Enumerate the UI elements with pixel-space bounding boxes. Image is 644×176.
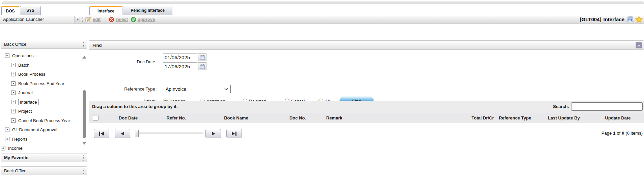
reject-button[interactable]: reject <box>109 17 128 22</box>
column-header-remark[interactable]: Remark <box>322 115 443 120</box>
find-panel-body: Doc Date : <box>89 50 644 101</box>
sidebar-panel-back-office-label: Back Office <box>4 42 26 47</box>
grip-dots <box>83 42 85 47</box>
edit-icon <box>85 17 91 22</box>
leaf-icon: • <box>11 100 16 104</box>
chevron-down-icon <box>224 88 228 90</box>
column-header-doc-no[interactable]: Doc No. <box>273 115 322 120</box>
doc-date-from-input[interactable] <box>163 53 197 61</box>
tree-item-journal[interactable]: • Journal <box>0 88 81 98</box>
calendar-icon <box>200 64 205 69</box>
tree-item-book-process[interactable]: • Book Process <box>0 70 81 79</box>
toolbar: Application Launcher edit reject <box>0 15 644 24</box>
sidebar-panel-back-office[interactable]: Back Office <box>1 40 87 49</box>
toolbar-separator <box>106 17 106 22</box>
last-page-icon <box>232 132 235 136</box>
column-header-book-name[interactable]: Book Name <box>199 115 273 120</box>
calendar-button-to[interactable] <box>198 62 206 70</box>
navigation-tree: − Operations • Batch • Book Process • Bo… <box>0 51 81 153</box>
first-page-button[interactable] <box>94 129 109 138</box>
toolbar-separator <box>82 17 83 22</box>
approve-button[interactable]: approve <box>131 17 155 22</box>
leaf-icon: • <box>11 118 16 123</box>
column-header-doc-date[interactable]: Doc Date <box>103 115 153 120</box>
tab-interface[interactable]: Interface <box>89 6 122 15</box>
column-header-total-dr-cr[interactable]: Total Dr/Cr <box>443 115 494 120</box>
page-info: Page 1 of 0 (0 items) <box>601 131 643 136</box>
leaf-icon: • <box>11 109 16 113</box>
main-panel: Find Doc Date : <box>89 40 644 148</box>
tab-sys[interactable]: SYS <box>20 6 41 15</box>
leaf-icon: • <box>5 128 9 132</box>
tab-pending-interface[interactable]: Pending Interface <box>123 6 172 15</box>
window-top-strip <box>2 1 644 4</box>
doc-date-label: Doc Date : <box>89 59 160 64</box>
leaf-icon: • <box>11 63 16 67</box>
doc-date-to-input[interactable] <box>163 62 197 70</box>
page-slider[interactable] <box>136 133 203 134</box>
tree-item-project[interactable]: • Project <box>0 107 81 116</box>
search-label: Search: <box>553 104 569 109</box>
star-icon[interactable] <box>635 16 643 23</box>
toggle-plus-icon[interactable]: + <box>5 137 9 141</box>
page-slider-handle[interactable] <box>135 130 139 137</box>
approve-icon <box>131 17 136 22</box>
sidebar-panel-my-favorite-label: My Favorite <box>4 155 28 160</box>
calendar-icon <box>200 55 205 60</box>
grip-dots <box>83 169 85 174</box>
tree-item-batch[interactable]: • Batch <box>0 61 81 70</box>
edit-button[interactable]: edit <box>85 17 101 22</box>
collapse-panel-icon[interactable] <box>636 42 642 48</box>
reject-icon <box>109 17 114 22</box>
column-header-refer-no[interactable]: Refer No. <box>153 115 199 120</box>
find-panel-header: Find <box>89 40 644 50</box>
sidebar-panel-back-office-bottom[interactable]: Back Office <box>1 166 87 175</box>
panel-splitter-icon[interactable] <box>76 17 80 22</box>
find-panel-title: Find <box>92 43 102 48</box>
leaf-icon: • <box>11 81 16 86</box>
next-page-icon <box>212 132 215 136</box>
tree-item-income[interactable]: + Income <box>0 144 81 153</box>
calculator-icon[interactable] <box>626 16 634 23</box>
column-header-reference-type[interactable]: Reference Type <box>494 115 536 120</box>
last-page-button[interactable] <box>226 129 242 138</box>
tree-item-gl-document-approval[interactable]: • GL Document Approval <box>0 125 81 135</box>
tree-item-book-process-end-year[interactable]: • Book Process End Year <box>0 79 81 89</box>
scrollbar-thumb[interactable] <box>83 90 86 138</box>
application-launcher[interactable]: Application Launcher <box>0 15 75 24</box>
toggle-minus-icon[interactable]: − <box>5 54 9 58</box>
column-header-update-date[interactable]: Update Date <box>592 115 644 120</box>
previous-page-icon <box>121 132 124 136</box>
page-title-name: Interface <box>603 16 624 22</box>
search-input[interactable] <box>571 102 643 111</box>
tree-scrollbar[interactable] <box>82 54 87 145</box>
group-hint-text: Drag a column to this area to group by i… <box>92 104 178 109</box>
grip-dots <box>83 155 85 161</box>
page-title: [GLT004] Interface <box>580 15 624 24</box>
grid-group-bar[interactable]: Drag a column to this area to group by i… <box>89 101 644 112</box>
tree-item-cancel-book-process-year[interactable]: • Cancel Book Process Year <box>0 116 81 126</box>
tab-bos[interactable]: BOS <box>1 6 19 15</box>
tree-item-reports[interactable]: + Reports <box>0 135 81 144</box>
sidebar-panel-my-favorite[interactable]: My Favorite <box>1 153 87 162</box>
leaf-icon: • <box>11 72 16 76</box>
page-title-code: [GLT004] <box>580 16 601 22</box>
reference-type-select[interactable]: ApInvoice <box>163 85 231 93</box>
grid-column-header-row: Doc Date Refer No. Book Name Doc No. Rem… <box>89 112 644 123</box>
tree-item-interface[interactable]: • Interface <box>0 98 81 107</box>
scroll-up-icon[interactable] <box>82 56 86 59</box>
next-page-button[interactable] <box>205 129 221 138</box>
scroll-down-icon[interactable] <box>82 142 86 145</box>
reference-type-value: ApInvoice <box>166 86 186 92</box>
first-page-icon <box>99 132 100 136</box>
toggle-plus-icon[interactable]: + <box>1 146 5 150</box>
select-all-checkbox[interactable] <box>93 115 99 121</box>
column-header-last-update-by[interactable]: Last Update By <box>536 115 592 120</box>
pagination-bar: Page 1 of 0 (0 items) <box>89 129 644 139</box>
tree-item-operations[interactable]: − Operations <box>0 51 81 61</box>
reference-type-label: Reference Type : <box>89 86 160 92</box>
leaf-icon: • <box>11 91 16 95</box>
previous-page-button[interactable] <box>115 129 130 138</box>
calendar-button-from[interactable] <box>198 53 206 61</box>
sidebar-panel-back-office-bottom-label: Back Office <box>4 168 26 173</box>
